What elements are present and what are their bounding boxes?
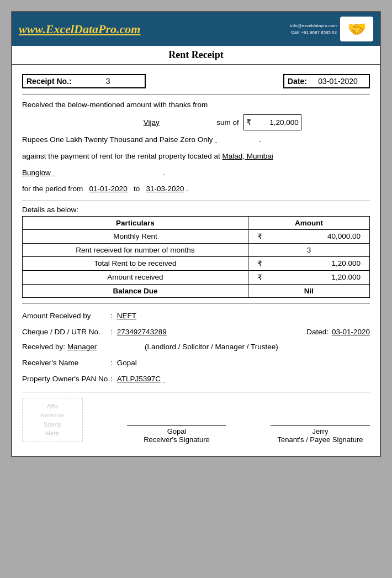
details-table: Particulars Amount Monthly Rent₹40,000.0… — [22, 216, 370, 298]
header-contact: info@exceldatapro.com Call: +91 9687 858… — [290, 23, 337, 35]
header-banner: www.ExcelDataPro.com info@exceldatapro.c… — [12, 12, 380, 46]
received-line: Received the below-mentioned amount with… — [22, 98, 370, 112]
col-header-amount: Amount — [248, 216, 369, 229]
stamp-box: Affis Revenue Stamp Here — [22, 398, 83, 442]
period-from: 01-01-2020 — [89, 185, 128, 193]
section-divider-2 — [22, 303, 370, 304]
date-box: Date: 03-01-2020 — [283, 74, 370, 88]
received-by-row: Amount Received by : NEFT — [22, 308, 370, 323]
rupees-words-line: Rupees One Lakh Twenty Thousand and Pais… — [22, 133, 370, 147]
col-header-particulars: Particulars — [23, 216, 248, 229]
date-value: 03-01-2020 — [310, 77, 365, 86]
table-row: Rent received for number of months — [23, 243, 248, 256]
receipt-no-value: 3 — [75, 77, 141, 86]
divider-1 — [22, 94, 370, 94]
details-label: Details as below: — [22, 206, 370, 214]
dated-label: Dated: — [306, 324, 329, 339]
amount-box: ₹ 1,20,000 — [243, 114, 301, 131]
cheque-value: 273492743289 — [117, 324, 167, 339]
section-divider-3 — [22, 392, 370, 392]
pan-label: Property Owner's PAN No. — [22, 371, 110, 386]
property-type-line: Bunglow . — [22, 166, 370, 180]
signatures-row: Affis Revenue Stamp Here Gopal Receiver'… — [22, 398, 370, 450]
amount-value: 1,20,000 — [255, 115, 299, 130]
receipt-no-label: Receipt No.: — [27, 77, 72, 86]
stamp-line1: Affis — [46, 402, 58, 411]
rent-receipt-page: www.ExcelDataPro.com info@exceldatapro.c… — [11, 11, 381, 457]
tenant-signature-area: Jerry Tenant's / Payee Signature — [271, 398, 370, 444]
cheque-row: Cheque / DD / UTR No. : 273492743289 Dat… — [22, 324, 370, 339]
receiver-by-value: Manager — [67, 339, 145, 354]
received-by-label: Amount Received by — [22, 308, 110, 323]
cheque-label: Cheque / DD / UTR No. — [22, 324, 110, 339]
received-by-value: NEFT — [117, 308, 136, 323]
receiver-sig-name: Gopal — [167, 427, 187, 435]
doc-title-row: Rent Receipt — [12, 46, 380, 65]
receivers-name-value: Gopal — [117, 355, 137, 370]
date-label: Date: — [288, 77, 307, 86]
table-row: ₹40,000.00 — [248, 229, 369, 243]
payment-section: Amount Received by : NEFT Cheque / DD / … — [22, 308, 370, 386]
receiver-sig-line — [127, 425, 226, 426]
table-row: Amount received — [23, 270, 248, 284]
receivers-name-label: Receiver's Name — [22, 355, 110, 370]
receiver-by-label: Received by: — [22, 339, 65, 354]
pan-row: Property Owner's PAN No. : ATLPJ5397C — [22, 371, 370, 386]
header-logo: 🤝 — [340, 17, 373, 41]
tenant-sig-title: Tenant's / Payee Signature — [278, 435, 363, 444]
table-row: 3 — [248, 243, 369, 256]
stamp-line3: Stamp — [44, 420, 61, 429]
receiver-by-row: Received by: Manager (Landlord / Solicit… — [22, 339, 370, 354]
receiver-signature-area: Gopal Receiver's Signature — [127, 398, 226, 444]
receipt-row: Receipt No.: 3 Date: 03-01-2020 — [22, 74, 370, 88]
receipt-no-box: Receipt No.: 3 — [22, 74, 146, 88]
website-title: www.ExcelDataPro.com — [19, 22, 140, 36]
stamp-line4: Here — [46, 429, 59, 438]
stamp-line2: Revenue — [40, 411, 65, 420]
content-area: Receipt No.: 3 Date: 03-01-2020 Received… — [12, 65, 380, 456]
property-location: Malad, Mumbai — [222, 152, 273, 160]
table-row: Nil — [248, 284, 369, 297]
tenant-name: Vijay — [91, 115, 212, 130]
doc-title: Rent Receipt — [168, 49, 223, 60]
section-divider-1 — [22, 201, 370, 201]
tenant-line: Vijay sum of ₹ 1,20,000 — [22, 114, 370, 131]
table-row: Monthly Rent — [23, 229, 248, 243]
tenant-sig-line — [271, 425, 370, 426]
table-row: Balance Due — [23, 284, 248, 297]
period-to: 31-03-2020 — [146, 185, 184, 193]
dated-value: 03-01-2020 — [332, 324, 370, 339]
period-line: for the period from 01-01-2020 to 31-03-… — [22, 182, 370, 196]
table-row: ₹1,20,000 — [248, 270, 369, 284]
header-right: info@exceldatapro.com Call: +91 9687 858… — [290, 17, 373, 41]
table-row: ₹1,20,000 — [248, 256, 369, 270]
receiver-sig-title: Receiver's Signature — [144, 435, 210, 444]
property-type: Bunglow — [22, 169, 51, 177]
tenant-sig-name: Jerry — [312, 427, 329, 435]
against-line: against the payment of rent for the rent… — [22, 149, 370, 164]
receiver-type: (Landlord / Solicitor / Manager / Truste… — [145, 339, 278, 354]
receivers-name-row: Receiver's Name : Gopal — [22, 355, 370, 370]
pan-value: ATLPJ5397C — [117, 371, 161, 386]
table-row: Total Rent to be received — [23, 256, 248, 270]
